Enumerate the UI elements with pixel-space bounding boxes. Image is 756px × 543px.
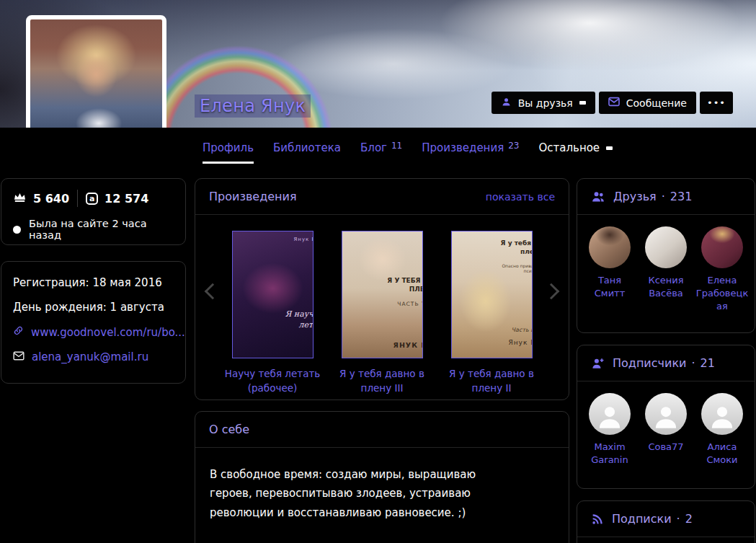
follower-name[interactable]: Сова77 [639, 441, 693, 454]
follower-name[interactable]: Алиса Смоки [695, 441, 750, 467]
birthday-text: День рождения: 1 августа [13, 301, 164, 314]
about-panel-header: О себе [195, 412, 569, 448]
tab-works-count: 23 [508, 141, 519, 151]
book-item[interactable]: Янук Елена Я научу тебя летать Научу теб… [222, 231, 323, 395]
separator: · [677, 512, 680, 526]
followers-panel: Подписчики · 21 Maxim Garanin Сова77 [577, 345, 755, 489]
friend-name[interactable]: Ксения Васёва [639, 274, 693, 300]
about-paragraph: Проще говоря, пишу сказки)) [210, 539, 520, 543]
works-panel: Произведения показать все Янук Елена Я н… [195, 178, 569, 400]
email-link[interactable]: alena_yanuk@mail.ru [32, 350, 148, 363]
registration-text: Регистрация: 18 мая 2016 [13, 276, 162, 289]
followers-list: Maxim Garanin Сова77 Алиса Смоки [577, 381, 755, 467]
works-panel-title: Произведения [209, 190, 297, 203]
about-text: В свободное время: создаю миры, выращива… [195, 448, 569, 543]
message-button-label: Сообщение [626, 97, 687, 109]
stats-panel: 5 640 a 12 574 Была на сайте 2 часа наза… [1, 178, 186, 245]
subscriptions-panel: Подписки · 2 [577, 500, 755, 543]
book-item[interactable]: Я у тебя давно в плену Опасно привлекате… [441, 231, 542, 395]
person-icon [501, 97, 512, 110]
about-panel: О себе В свободное время: создаю миры, в… [195, 411, 569, 543]
carousel-next-icon[interactable] [543, 283, 560, 300]
dropdown-caret-icon [606, 146, 613, 150]
friends-button[interactable]: Вы друзья [492, 92, 595, 114]
divider [77, 190, 78, 207]
tab-more-label: Остальное [538, 141, 600, 154]
friend-item[interactable]: Ксения Васёва [639, 226, 693, 314]
book-cover-title: Я у тебя давно в плену [492, 239, 533, 256]
profile-nav: Профиль Библиотека Блог 11 Произведения … [0, 128, 756, 168]
message-button[interactable]: Сообщение [599, 92, 696, 114]
follower-avatar[interactable] [701, 393, 743, 435]
profile-page: Елена Янук Вы друзья Сообщение ••• Профи… [0, 0, 756, 543]
friend-name[interactable]: Таня Смитт [582, 274, 637, 300]
more-actions-button[interactable]: ••• [700, 92, 733, 114]
book-cover[interactable]: Я у тебя давно в плену Опасно привлекате… [451, 231, 533, 358]
online-dot-icon [13, 226, 21, 234]
follower-item[interactable]: Maxim Garanin [582, 393, 637, 467]
tab-library-label: Библиотека [273, 141, 341, 154]
book-cover-title: Я научу тебя летать [272, 309, 313, 330]
friend-avatar[interactable] [701, 226, 743, 268]
followers-panel-header: Подписчики · 21 [577, 345, 755, 381]
subscriptions-panel-header: Подписки · 2 [577, 501, 755, 537]
about-panel-title: О себе [209, 423, 249, 436]
friend-item[interactable]: Таня Смитт [582, 226, 637, 314]
follower-avatar[interactable] [645, 393, 687, 435]
follower-name[interactable]: Maxim Garanin [582, 441, 637, 467]
follower-avatar[interactable] [589, 393, 631, 435]
friends-button-label: Вы друзья [518, 97, 573, 109]
subscriptions-panel-title: Подписки [612, 512, 672, 526]
carousel-prev-icon[interactable] [205, 283, 221, 300]
tab-library[interactable]: Библиотека [273, 128, 341, 168]
show-all-link[interactable]: показать все [486, 191, 555, 203]
book-cover-subtitle: Опасно привлекательный психов [492, 263, 533, 273]
friend-avatar[interactable] [589, 226, 631, 268]
friend-name[interactable]: Елена Грабовецкая [695, 274, 750, 314]
separator: · [662, 190, 665, 203]
letter-badge-icon: a [86, 193, 98, 205]
online-status-text: Была на сайте 2 часа назад [29, 218, 174, 241]
friend-item[interactable]: Елена Грабовецкая [695, 226, 750, 314]
crown-icon [13, 192, 27, 206]
friends-count: 231 [670, 190, 693, 203]
registration-row: Регистрация: 18 мая 2016 [13, 276, 174, 289]
book-caption[interactable]: Научу тебя летать (рабочее) [222, 367, 323, 395]
friend-avatar[interactable] [645, 226, 687, 268]
stat-awards-value: 5 640 [33, 192, 69, 206]
friends-list: Таня Смитт Ксения Васёва Елена Грабовецк… [577, 215, 755, 314]
profile-actions: Вы друзья Сообщение ••• [492, 92, 733, 114]
website-row: www.goodnovel.com/ru/bo... [13, 325, 174, 339]
followers-count: 21 [701, 356, 715, 370]
tab-more[interactable]: Остальное [538, 128, 613, 168]
follower-item[interactable]: Сова77 [639, 393, 693, 467]
follower-item[interactable]: Алиса Смоки [695, 393, 750, 467]
book-cover[interactable]: Я У ТЕБЯ ДАВНО В ПЛЕНУ ЧАСТЬ ТРЕТЬЯ ЯНУК… [342, 231, 423, 358]
info-panel: Регистрация: 18 мая 2016 День рождения: … [1, 261, 186, 384]
book-cover-author: ЯНУК ЕЛЕНА [382, 341, 423, 349]
book-item[interactable]: Я У ТЕБЯ ДАВНО В ПЛЕНУ ЧАСТЬ ТРЕТЬЯ ЯНУК… [332, 231, 432, 395]
link-icon [13, 325, 24, 339]
profile-name: Елена Янук [195, 94, 311, 118]
tab-blog[interactable]: Блог 11 [360, 128, 402, 168]
tab-profile[interactable]: Профиль [203, 128, 254, 168]
book-cover-title: Я У ТЕБЯ ДАВНО В ПЛЕНУ [382, 276, 423, 293]
friends-panel: Друзья · 231 Таня Смитт Ксения Васёва Ел… [577, 178, 755, 333]
separator: · [691, 356, 695, 370]
stat-views: a 12 574 [86, 192, 148, 206]
tab-blog-label: Блог [360, 141, 387, 154]
book-cover[interactable]: Янук Елена Я научу тебя летать [232, 231, 313, 358]
birthday-row: День рождения: 1 августа [13, 301, 174, 314]
book-caption[interactable]: Я у тебя давно в плену III [332, 367, 432, 395]
dropdown-caret-icon [579, 101, 586, 105]
book-caption[interactable]: Я у тебя давно в плену II [441, 367, 542, 395]
stats-row: 5 640 a 12 574 [13, 190, 174, 207]
website-link[interactable]: www.goodnovel.com/ru/bo... [31, 326, 185, 339]
followers-panel-title: Подписчики [613, 356, 686, 370]
tab-works[interactable]: Произведения 23 [422, 128, 519, 168]
stat-views-value: 12 574 [104, 192, 148, 206]
friends-panel-header: Друзья · 231 [577, 179, 755, 215]
tab-works-label: Произведения [422, 141, 504, 154]
book-cover-author: Янук Елена [272, 237, 313, 242]
email-row: alena_yanuk@mail.ru [13, 350, 174, 363]
